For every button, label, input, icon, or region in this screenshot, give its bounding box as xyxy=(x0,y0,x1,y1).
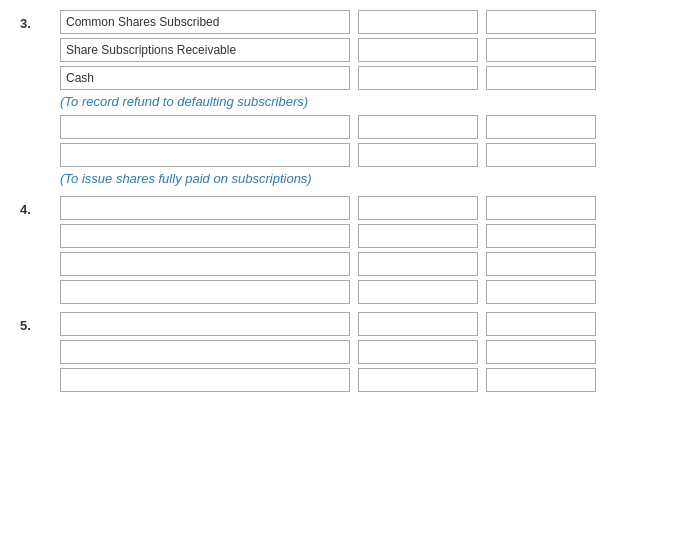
row-extra-1 xyxy=(60,115,675,139)
row-common-shares-subscribed xyxy=(60,10,675,34)
s5-r2-text[interactable] xyxy=(60,340,350,364)
share-subscriptions-receivable-debit[interactable] xyxy=(358,38,478,62)
section-5-row-2 xyxy=(60,340,675,364)
extra-2-debit[interactable] xyxy=(358,143,478,167)
extra-1-credit[interactable] xyxy=(486,115,596,139)
section-number-5: 5. xyxy=(20,312,60,333)
note-refund: (To record refund to defaulting subscrib… xyxy=(60,94,675,109)
section-number-3: 3. xyxy=(20,10,60,31)
s5-r1-debit[interactable] xyxy=(358,312,478,336)
s4-r1-debit[interactable] xyxy=(358,196,478,220)
section-5: 5. xyxy=(20,312,675,396)
section-5-row-3 xyxy=(60,368,675,392)
section-5-content xyxy=(60,312,675,396)
s4-r3-credit[interactable] xyxy=(486,252,596,276)
s4-r1-credit[interactable] xyxy=(486,196,596,220)
s4-r1-text[interactable] xyxy=(60,196,350,220)
s4-r2-text[interactable] xyxy=(60,224,350,248)
extra-2-credit[interactable] xyxy=(486,143,596,167)
section-4: 4. xyxy=(20,196,675,308)
s5-r1-text[interactable] xyxy=(60,312,350,336)
row-cash xyxy=(60,66,675,90)
s5-r3-text[interactable] xyxy=(60,368,350,392)
extra-1-text[interactable] xyxy=(60,115,350,139)
note-issue-shares: (To issue shares fully paid on subscript… xyxy=(60,171,675,186)
cash-input[interactable] xyxy=(60,66,350,90)
section-4-row-2 xyxy=(60,224,675,248)
s4-r3-text[interactable] xyxy=(60,252,350,276)
common-shares-subscribed-input[interactable] xyxy=(60,10,350,34)
share-subscriptions-receivable-credit[interactable] xyxy=(486,38,596,62)
row-extra-2 xyxy=(60,143,675,167)
extra-2-text[interactable] xyxy=(60,143,350,167)
share-subscriptions-receivable-input[interactable] xyxy=(60,38,350,62)
s4-r3-debit[interactable] xyxy=(358,252,478,276)
s4-r4-text[interactable] xyxy=(60,280,350,304)
s5-r2-debit[interactable] xyxy=(358,340,478,364)
section-number-4: 4. xyxy=(20,196,60,217)
section-4-row-3 xyxy=(60,252,675,276)
section-4-row-1 xyxy=(60,196,675,220)
section-4-row-4 xyxy=(60,280,675,304)
cash-debit[interactable] xyxy=(358,66,478,90)
extra-1-debit[interactable] xyxy=(358,115,478,139)
s5-r3-debit[interactable] xyxy=(358,368,478,392)
section-5-row-1 xyxy=(60,312,675,336)
s5-r3-credit[interactable] xyxy=(486,368,596,392)
s5-r1-credit[interactable] xyxy=(486,312,596,336)
section-3: 3. (To record refund to defaulting subsc… xyxy=(20,10,675,192)
cash-credit[interactable] xyxy=(486,66,596,90)
section-3-content: (To record refund to defaulting subscrib… xyxy=(60,10,675,192)
common-shares-subscribed-debit[interactable] xyxy=(358,10,478,34)
row-share-subscriptions-receivable xyxy=(60,38,675,62)
s4-r2-credit[interactable] xyxy=(486,224,596,248)
section-4-content xyxy=(60,196,675,308)
common-shares-subscribed-credit[interactable] xyxy=(486,10,596,34)
s4-r2-debit[interactable] xyxy=(358,224,478,248)
s5-r2-credit[interactable] xyxy=(486,340,596,364)
s4-r4-debit[interactable] xyxy=(358,280,478,304)
s4-r4-credit[interactable] xyxy=(486,280,596,304)
